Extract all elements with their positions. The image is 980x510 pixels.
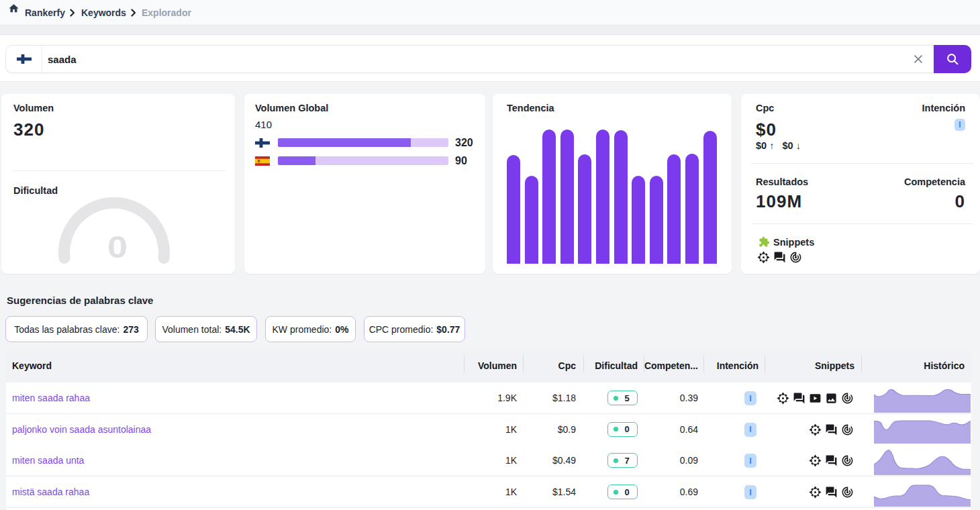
svg-text:0: 0 bbox=[107, 230, 128, 264]
